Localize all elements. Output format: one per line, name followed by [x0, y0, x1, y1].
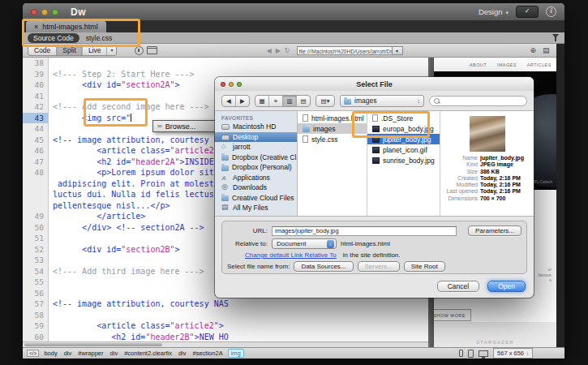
workspace-switcher-menu[interactable]: Design [479, 7, 509, 16]
file-item-jupiter-body-jpg[interactable]: jupiter_body.jpg [367, 134, 440, 144]
zoom-window-button[interactable] [52, 9, 58, 15]
line-number: 45 [23, 135, 49, 146]
sidebar-item-applications[interactable]: Applications [215, 173, 297, 183]
desktop-preview-icon[interactable] [479, 350, 488, 357]
address-input[interactable]: file:///Macintosh%20HD/Users/jarrott/Dro… [297, 46, 393, 55]
info-icon[interactable]: i [546, 6, 556, 17]
cancel-button[interactable]: Cancel [437, 281, 479, 292]
sidebar-item-macintosh-hd[interactable]: Macintosh HD [215, 122, 297, 132]
line-number: 57 [23, 298, 49, 310]
phone-preview-icon[interactable] [459, 350, 463, 357]
code-view-button[interactable]: Code [28, 46, 57, 55]
site-nav-link-images[interactable]: IMAGES [497, 62, 517, 67]
sidebar-item-dropbox-personal[interactable]: Dropbox (Personal) [215, 162, 297, 173]
app-bar-button[interactable]: ✓ [516, 6, 539, 18]
tag-selector-body[interactable]: body [42, 350, 58, 357]
inspect-icon[interactable] [147, 46, 157, 54]
tag-selector-div[interactable]: div [177, 350, 188, 357]
status-bar: </>bodydiv#wrapperdiv#content2.clearfixd… [23, 347, 564, 359]
file-item-planet-icon-gif[interactable]: planet_icon.gif [367, 144, 440, 155]
forward-icon[interactable]: ▶ [236, 96, 249, 106]
size-stepper-icon[interactable]: ↕ [526, 351, 529, 356]
filter-icon[interactable] [552, 34, 560, 41]
site-root-button[interactable]: Site Root [404, 261, 445, 272]
source-code-button[interactable]: Source Code [28, 33, 79, 43]
search-field[interactable] [429, 96, 527, 106]
url-input[interactable] [272, 226, 457, 236]
code-text: <h2 id="header2B">NEW HO [49, 332, 229, 343]
file-item-html-images-html[interactable]: html-images.html [298, 113, 367, 123]
horizontal-scrollbar[interactable] [23, 341, 428, 347]
code-line: 57<!-- image attribution, courtesy NAS [23, 298, 428, 310]
site-nav-link-articles[interactable]: ARTICLES [527, 62, 552, 67]
coverflow-view-icon[interactable]: ▤ [297, 96, 310, 106]
preview-in-browser-icon[interactable]: ▤ [543, 46, 550, 54]
minimize-window-button[interactable] [41, 9, 48, 15]
code-text: <article class="article2"> [49, 320, 224, 332]
sidebar-item-creative-cloud-files[interactable]: Creative Cloud Files [215, 193, 297, 204]
file-item-style-css[interactable]: style.css [298, 134, 367, 144]
forward-icon[interactable]: ▶ [276, 47, 281, 54]
site-nav-link-about[interactable]: ABOUT [470, 62, 487, 67]
folder-icon [303, 127, 310, 132]
sidebar-item-dropbox-creative-cl[interactable]: Dropbox (Creative Cl... [215, 152, 297, 163]
line-number: 49 [23, 211, 49, 222]
back-icon[interactable]: ◀ [222, 96, 236, 106]
code-text: <p>Lorem ipsum dolor sit [49, 167, 214, 178]
list-view-icon[interactable]: ≡ [269, 96, 283, 106]
window-titlebar: Dw Design ✓ i [23, 3, 564, 20]
window-size-indicator[interactable]: 567 x 656 ↕ [493, 348, 533, 359]
close-tab-icon[interactable]: × [34, 23, 38, 31]
sidebar-item-desktop[interactable]: Desktop [215, 132, 297, 143]
site-nav: ABOUTIMAGESARTICLES [434, 58, 556, 71]
url-label: URL: [227, 227, 268, 234]
collapsed-panel-dock[interactable] [556, 44, 564, 347]
data-sources-button[interactable]: Data Sources... [294, 261, 353, 272]
tablet-preview-icon[interactable] [468, 350, 474, 358]
folder-icon [221, 165, 229, 171]
document-tab[interactable]: × html-images.html [26, 21, 106, 32]
relative-to-dropdown[interactable]: Document ↕ [272, 238, 337, 249]
tag-selector-div[interactable]: div [62, 350, 74, 357]
line-number [23, 189, 49, 200]
change-link-relative-link[interactable]: Change default Link Relative To [245, 251, 337, 259]
file-item-images[interactable]: images [298, 123, 367, 134]
code-navigator-icon[interactable]: </> [27, 350, 39, 357]
folder-dropdown[interactable]: images ↕ [340, 95, 424, 107]
file-item-ds-store[interactable]: .DS_Store [367, 113, 440, 123]
sidebar-item-downloads[interactable]: Downloads [215, 182, 297, 193]
icon-view-icon[interactable]: ▦ [255, 96, 269, 106]
tag-selector-wrapper[interactable]: #wrapper [76, 350, 105, 357]
search-input[interactable] [442, 97, 522, 105]
parameters-button[interactable]: Parameters... [468, 225, 521, 236]
file-item-sunrise-body-jpg[interactable]: sunrise_body.jpg [367, 155, 440, 165]
sidebar-item-jarrott[interactable]: jarrott [215, 142, 297, 152]
history-nav: ◀ ▶ [221, 95, 250, 107]
show-more-button[interactable]: SHOW MORE [434, 309, 471, 321]
back-icon[interactable]: ◀ [266, 47, 271, 54]
live-code-icon[interactable] [135, 46, 144, 55]
tag-selector-section2a[interactable]: #section2A [191, 350, 225, 357]
action-menu-icon[interactable]: ▤▾ [316, 96, 334, 106]
file-item-europa-body-jpg[interactable]: europa_body.jpg [367, 123, 440, 134]
sidebar-item-all-my-files[interactable]: All My Files [215, 203, 297, 213]
tag-selector-content2-clearfix[interactable]: #content2.clearfix [122, 350, 174, 357]
file-management-icon[interactable]: ⊕ [530, 46, 536, 54]
tag-selector-div[interactable]: div [109, 350, 120, 357]
open-button[interactable]: Open [487, 281, 526, 292]
stylesheet-file-button[interactable]: style.css [86, 34, 113, 42]
live-view-dropdown-icon[interactable]: ▾ [107, 46, 116, 55]
code-line: 38 [23, 58, 428, 69]
split-view-button[interactable]: Split [57, 46, 83, 55]
metadata-row: Last openedToday, 2:16 PM [440, 188, 534, 195]
line-number: 40 [23, 79, 49, 91]
address-dropdown-icon[interactable]: ▾ [393, 46, 403, 55]
refresh-icon[interactable]: ↻ [285, 47, 290, 54]
tag-selector-img[interactable]: img [228, 349, 244, 358]
close-window-button[interactable] [31, 9, 37, 15]
live-view-button[interactable]: Live [83, 46, 108, 55]
scrollbar-thumb[interactable] [24, 343, 162, 346]
column-view-icon[interactable]: ▥ [283, 96, 297, 106]
tag-selector: </>bodydiv#wrapperdiv#content2.clearfixd… [27, 349, 244, 358]
code-hint-browse[interactable]: ∞ Browse... [152, 120, 219, 132]
